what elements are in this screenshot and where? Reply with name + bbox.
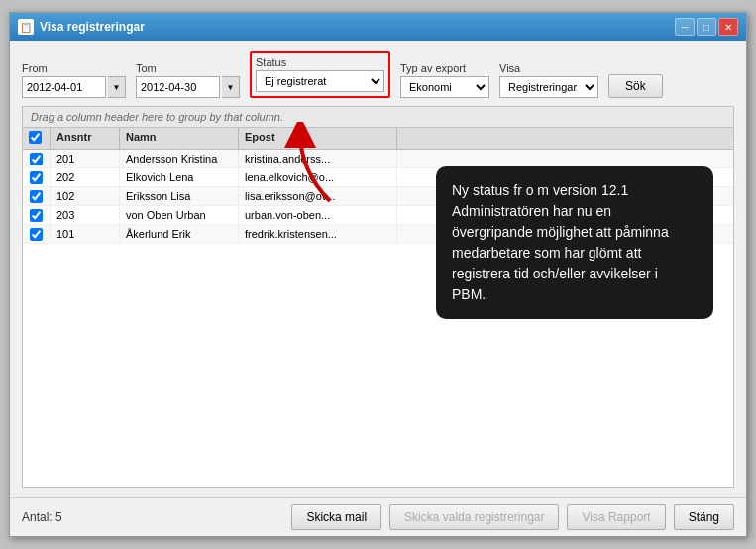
row-name: Elkovich Lena bbox=[120, 168, 239, 186]
from-label: From bbox=[22, 62, 126, 74]
row-checkbox-cell[interactable] bbox=[23, 206, 51, 224]
row-email: kristina.anderss... bbox=[239, 150, 397, 167]
typ-label: Typ av export bbox=[400, 62, 489, 74]
content-area: From ▼ Tom ▼ Status Ej registr bbox=[10, 41, 746, 497]
row-id: 202 bbox=[51, 168, 120, 186]
from-dropdown-btn[interactable]: ▼ bbox=[108, 76, 126, 98]
row-id: 201 bbox=[51, 150, 120, 167]
row-checkbox-cell[interactable] bbox=[23, 168, 51, 186]
typ-select[interactable]: Ekonomi Lön Alla bbox=[400, 76, 489, 98]
row-checkbox[interactable] bbox=[30, 228, 43, 241]
row-checkbox[interactable] bbox=[30, 153, 43, 165]
tom-field-row: ▼ bbox=[136, 76, 240, 98]
drag-hint: Drag a column header here to group by th… bbox=[23, 107, 733, 128]
tooltip-balloon: Ny status fr o m version 12.1Administrat… bbox=[436, 166, 713, 319]
toolbar: From ▼ Tom ▼ Status Ej registr bbox=[22, 51, 734, 98]
typ-field-group: Typ av export Ekonomi Lön Alla bbox=[400, 62, 489, 98]
visa-field-row: Registreringar Avvikelser bbox=[499, 76, 598, 98]
tom-dropdown-btn[interactable]: ▼ bbox=[222, 76, 240, 98]
restore-button[interactable]: □ bbox=[697, 18, 716, 36]
row-email: lisa.eriksson@ov... bbox=[239, 187, 397, 205]
title-bar-left: 📋 Visa registreringar bbox=[18, 19, 145, 35]
row-id: 102 bbox=[51, 187, 120, 205]
row-name: Eriksson Lisa bbox=[120, 187, 239, 205]
footer-count: Antal: 5 bbox=[22, 510, 62, 524]
from-input[interactable] bbox=[22, 76, 106, 98]
col-header-namn[interactable]: Namn bbox=[120, 128, 239, 149]
row-email: urban.von-oben... bbox=[239, 206, 397, 224]
tom-label: Tom bbox=[136, 62, 240, 74]
minimize-button[interactable]: ─ bbox=[675, 18, 695, 36]
tom-input[interactable] bbox=[136, 76, 220, 98]
main-window: 📋 Visa registreringar ─ □ ✕ From ▼ Tom bbox=[9, 12, 747, 537]
stang-button[interactable]: Stäng bbox=[674, 504, 734, 530]
row-checkbox-cell[interactable] bbox=[23, 225, 51, 243]
col-header-ansntr[interactable]: Ansntr bbox=[51, 128, 120, 149]
typ-field-row: Ekonomi Lön Alla bbox=[400, 76, 489, 98]
tooltip-text: Ny status fr o m version 12.1Administrat… bbox=[452, 182, 669, 302]
antal-value: 5 bbox=[55, 510, 62, 524]
close-button[interactable]: ✕ bbox=[718, 18, 738, 36]
from-field-row: ▼ bbox=[22, 76, 126, 98]
visa-rapport-button[interactable]: Visa Rapport bbox=[567, 504, 665, 530]
visa-select[interactable]: Registreringar Avvikelser bbox=[499, 76, 598, 98]
skicka-mail-button[interactable]: Skicka mail bbox=[291, 504, 381, 530]
status-field-row: Ej registrerat Registrerat Alla bbox=[256, 70, 384, 92]
antal-label: Antal: bbox=[22, 510, 53, 524]
grid-header: Ansntr Namn Epost bbox=[23, 128, 733, 150]
window-title: Visa registreringar bbox=[40, 20, 145, 34]
status-field-group: Status Ej registrerat Registrerat Alla bbox=[250, 51, 390, 98]
row-name: Andersson Kristina bbox=[120, 150, 239, 167]
grid-container: Drag a column header here to group by th… bbox=[22, 106, 734, 488]
status-label: Status bbox=[256, 56, 384, 68]
title-buttons: ─ □ ✕ bbox=[675, 18, 738, 36]
visa-label: Visa bbox=[499, 62, 598, 74]
footer-buttons: Skicka mail Skicka valda registreringar … bbox=[291, 504, 734, 530]
from-field-group: From ▼ bbox=[22, 62, 126, 98]
row-email: fredrik.kristensen... bbox=[239, 225, 397, 243]
row-email: lena.elkovich@o... bbox=[239, 168, 397, 186]
tom-field-group: Tom ▼ bbox=[136, 62, 240, 98]
row-checkbox-cell[interactable] bbox=[23, 187, 51, 205]
window-icon: 📋 bbox=[18, 19, 34, 35]
footer: Antal: 5 Skicka mail Skicka valda regist… bbox=[10, 497, 746, 536]
row-id: 101 bbox=[51, 225, 120, 243]
col-header-epost[interactable]: Epost bbox=[239, 128, 397, 149]
row-checkbox[interactable] bbox=[30, 171, 43, 184]
sok-button[interactable]: Sök bbox=[608, 74, 663, 98]
title-bar: 📋 Visa registreringar ─ □ ✕ bbox=[10, 13, 746, 41]
row-id: 203 bbox=[51, 206, 120, 224]
status-select[interactable]: Ej registrerat Registrerat Alla bbox=[256, 70, 384, 92]
row-checkbox[interactable] bbox=[30, 190, 43, 203]
visa-field-group: Visa Registreringar Avvikelser bbox=[499, 62, 598, 98]
row-checkbox-cell[interactable] bbox=[23, 150, 51, 167]
row-name: Åkerlund Erik bbox=[120, 225, 239, 243]
select-all-checkbox[interactable] bbox=[29, 131, 42, 144]
col-header-check bbox=[23, 128, 51, 149]
row-checkbox[interactable] bbox=[30, 209, 43, 222]
row-name: von Oben Urban bbox=[120, 206, 239, 224]
skicka-valda-button[interactable]: Skicka valda registreringar bbox=[389, 504, 559, 530]
